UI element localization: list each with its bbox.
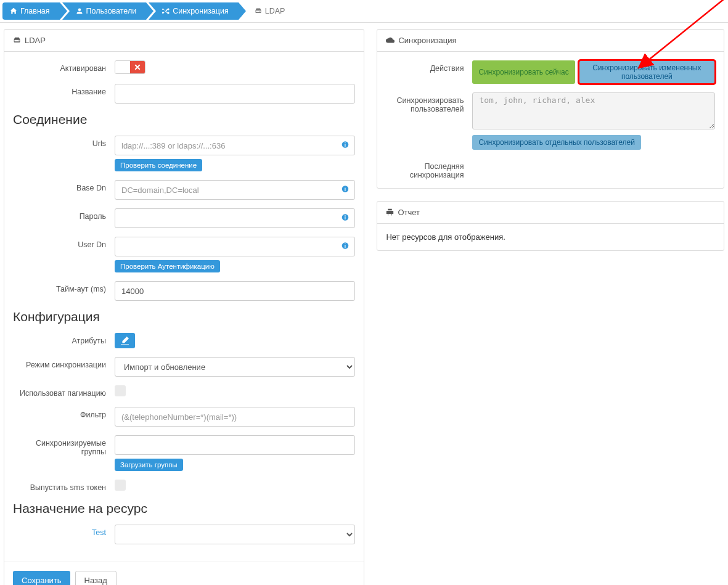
activated-label: Активирован bbox=[13, 60, 115, 73]
crumb-sync[interactable]: Синхронизация bbox=[149, 2, 239, 20]
name-input[interactable] bbox=[115, 84, 355, 104]
ldap-title-text: LDAP bbox=[25, 36, 46, 45]
report-panel: Отчет Нет ресурсов для отображения. bbox=[377, 201, 724, 251]
sync-mode-select[interactable]: Импорт и обновление bbox=[115, 357, 355, 377]
user-icon bbox=[76, 7, 83, 15]
sync-selected-button[interactable]: Синхронизировать отдельных пользователей bbox=[472, 135, 640, 150]
sms-token-label: Выпустить sms токен bbox=[13, 480, 115, 492]
filter-label: Фильтр bbox=[13, 407, 115, 419]
hdd-icon bbox=[255, 7, 262, 15]
info-icon[interactable]: i bbox=[342, 186, 349, 195]
connection-title: Соединение bbox=[13, 112, 355, 127]
name-label: Название bbox=[13, 84, 115, 96]
assign-title: Назначение на ресурс bbox=[13, 501, 355, 516]
crumb-users-label: Пользователи bbox=[86, 7, 137, 15]
resource-test-select[interactable] bbox=[115, 525, 355, 544]
report-panel-title: Отчет bbox=[377, 202, 724, 224]
crumb-sync-label: Синхронизация bbox=[173, 7, 229, 15]
sync-panel: Синхронизация Действия Синхронизировать … bbox=[377, 29, 724, 189]
sync-users-label: Синхронизировать пользователей bbox=[386, 92, 472, 113]
pagination-label: Использоват пагинацию bbox=[13, 385, 115, 398]
groups-input[interactable] bbox=[115, 435, 355, 455]
edit-attributes-button[interactable] bbox=[115, 333, 135, 348]
mode-label: Режим синхронизации bbox=[13, 357, 115, 369]
config-title: Конфигурация bbox=[13, 309, 355, 324]
svg-text:i: i bbox=[345, 142, 346, 148]
edit-icon bbox=[121, 337, 129, 345]
actions-label: Действия bbox=[386, 60, 472, 73]
basedn-input[interactable] bbox=[115, 180, 355, 200]
ldap-panel: LDAP Активирован Название bbox=[4, 29, 364, 585]
close-icon bbox=[134, 64, 141, 70]
password-label: Пароль bbox=[13, 208, 115, 221]
crumb-current: LDAP bbox=[241, 2, 294, 20]
info-icon[interactable]: i bbox=[342, 242, 349, 252]
crumb-home[interactable]: Главная bbox=[2, 2, 60, 20]
check-connection-button[interactable]: Проверить соединение bbox=[115, 159, 202, 171]
urls-label: Urls bbox=[13, 136, 115, 148]
sync-now-button[interactable]: Синхронизировать сейчас bbox=[472, 60, 575, 84]
random-icon bbox=[162, 7, 170, 15]
report-empty-text: Нет ресурсов для отображения. bbox=[386, 232, 505, 242]
crumb-current-label: LDAP bbox=[265, 7, 285, 15]
last-sync-label: Последняя синхронизация bbox=[386, 158, 472, 179]
print-icon bbox=[386, 208, 394, 216]
back-button[interactable]: Назад bbox=[75, 571, 117, 585]
hdd-icon bbox=[13, 36, 21, 44]
crumb-users[interactable]: Пользователи bbox=[62, 2, 147, 20]
info-icon[interactable]: i bbox=[342, 214, 349, 223]
save-button[interactable]: Сохранить bbox=[13, 571, 70, 585]
userdn-label: User Dn bbox=[13, 237, 115, 249]
activated-toggle[interactable] bbox=[115, 60, 145, 74]
svg-text:i: i bbox=[345, 243, 346, 249]
sync-changed-button[interactable]: Синхронизировать измененных пользователе… bbox=[579, 60, 715, 84]
urls-input[interactable] bbox=[115, 136, 355, 155]
timeout-label: Тайм-аут (ms) bbox=[13, 281, 115, 293]
filter-input[interactable] bbox=[115, 407, 355, 427]
sms-token-checkbox[interactable] bbox=[115, 480, 126, 491]
svg-text:i: i bbox=[345, 215, 346, 221]
home-icon bbox=[10, 7, 17, 15]
sync-panel-title: Синхронизация bbox=[377, 30, 724, 52]
report-title-text: Отчет bbox=[398, 208, 420, 217]
info-icon[interactable]: i bbox=[342, 141, 349, 150]
cloud-icon bbox=[386, 36, 395, 45]
sync-title-text: Синхронизация bbox=[398, 36, 456, 45]
password-input[interactable] bbox=[115, 208, 355, 228]
load-groups-button[interactable]: Загрузить группы bbox=[115, 459, 183, 471]
test-link[interactable]: Test bbox=[13, 525, 115, 537]
check-auth-button[interactable]: Проверить Аутентификацию bbox=[115, 260, 220, 272]
basedn-label: Base Dn bbox=[13, 180, 115, 192]
attrs-label: Атрибуты bbox=[13, 333, 115, 345]
crumb-home-label: Главная bbox=[20, 7, 50, 15]
userdn-input[interactable] bbox=[115, 237, 355, 256]
breadcrumb: Главная Пользователи Синхронизация LDAP bbox=[0, 0, 728, 23]
toggle-on bbox=[130, 61, 145, 73]
timeout-input[interactable] bbox=[115, 281, 355, 301]
sync-users-textarea[interactable] bbox=[472, 92, 715, 129]
toggle-off bbox=[115, 61, 130, 73]
pagination-checkbox[interactable] bbox=[115, 385, 126, 396]
ldap-panel-title: LDAP bbox=[4, 30, 364, 52]
footer-buttons: Сохранить Назад bbox=[4, 562, 364, 585]
svg-text:i: i bbox=[345, 187, 346, 192]
groups-label: Синхронизируемые группы bbox=[13, 435, 115, 456]
